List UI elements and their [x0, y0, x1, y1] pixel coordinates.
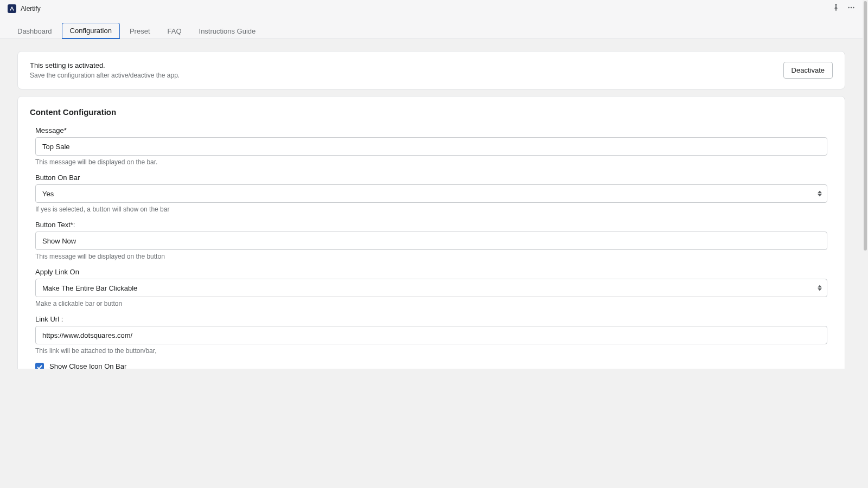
apply-link-label: Apply Link On [35, 268, 827, 276]
message-help: This message will be displayed on the ba… [35, 158, 827, 166]
field-button-on-bar: Button On Bar If yes is selected, a butt… [30, 174, 833, 213]
more-icon[interactable] [847, 4, 855, 14]
button-text-help: This message will be displayed on the bu… [35, 253, 827, 260]
button-on-bar-select[interactable] [35, 184, 827, 203]
tab-configuration[interactable]: Configuration [62, 23, 120, 39]
tab-instructions-guide[interactable]: Instructions Guide [192, 23, 264, 39]
field-link-url: Link Url : This link will be attached to… [30, 315, 833, 355]
field-button-text: Button Text*: This message will be displ… [30, 221, 833, 260]
svg-point-0 [848, 7, 849, 8]
app-logo-icon [8, 4, 16, 13]
section-title: Content Configuration [30, 107, 833, 117]
field-message: Message* This message will be displayed … [30, 126, 833, 166]
button-on-bar-label: Button On Bar [35, 174, 827, 182]
apply-link-help: Make a clickable bar or button [35, 300, 827, 307]
scrollbar-thumb[interactable] [864, 1, 867, 251]
app-name: Alertify [21, 5, 41, 12]
deactivate-button[interactable]: Deactivate [783, 62, 833, 79]
activation-subtitle: Save the configuration after active/deac… [30, 72, 180, 79]
button-text-input[interactable] [35, 232, 827, 250]
tab-faq[interactable]: FAQ [160, 23, 189, 39]
link-url-label: Link Url : [35, 315, 827, 323]
activation-title: This setting is activated. [30, 61, 180, 69]
link-url-input[interactable] [35, 326, 827, 344]
field-apply-link: Apply Link On Make a clickable bar or bu… [30, 268, 833, 307]
activation-card: This setting is activated. Save the conf… [17, 51, 845, 89]
tab-dashboard[interactable]: Dashboard [10, 23, 60, 39]
scrollbar-track[interactable] [863, 0, 868, 488]
app-header: Alertify [0, 0, 863, 17]
message-input[interactable] [35, 137, 827, 156]
button-text-label: Button Text*: [35, 221, 827, 229]
link-url-help: This link will be attached to the button… [35, 347, 827, 355]
message-label: Message* [35, 126, 827, 134]
button-on-bar-help: If yes is selected, a button will show o… [35, 206, 827, 213]
tab-bar: Dashboard Configuration Preset FAQ Instr… [0, 17, 863, 39]
tab-preset[interactable]: Preset [122, 23, 158, 39]
page-background [0, 369, 863, 488]
svg-point-2 [853, 7, 854, 8]
svg-point-1 [851, 7, 852, 8]
apply-link-select[interactable] [35, 279, 827, 297]
pin-icon[interactable] [832, 4, 840, 14]
